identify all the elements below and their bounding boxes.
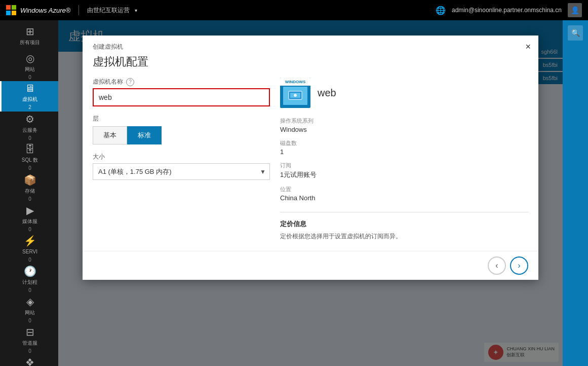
right-panel: 🔍 (563, 20, 588, 366)
sidebar-label: 计划程 (22, 279, 37, 285)
sidebar-count: 0 (28, 348, 31, 354)
sidebar-item-all-projects[interactable]: ⊞ 所有项目 (0, 20, 58, 51)
service-icon: ⚡ (24, 235, 36, 247)
pricing-text: 定价根据您选择用于设置虚拟机的订阅而异。 (280, 232, 528, 241)
tier-standard-button[interactable]: 标准 (127, 126, 162, 144)
tier-basic-button[interactable]: 基本 (93, 126, 127, 144)
sidebar-item-service[interactable]: ⚡ SERVI 0 (0, 233, 58, 264)
search-icon[interactable]: 🔍 (568, 25, 583, 41)
sidebar-label: 媒体服 (22, 218, 37, 225)
sidebar-label: SQL 数 (22, 157, 38, 163)
sidebar-item-websites[interactable]: ◎ 网站 0 (0, 51, 58, 81)
pipeline-icon: ⊟ (26, 326, 34, 338)
windows-label: WINDOWS (280, 78, 310, 86)
form-area: 虚拟机名称 ? 层 基本 标准 (93, 78, 270, 241)
sidebar-label: 网站 (25, 310, 35, 316)
size-label: 大小 (93, 153, 270, 161)
sidebar-item-pipeline[interactable]: ⊟ 管道服 0 (0, 324, 58, 355)
sidebar-item-scheduler[interactable]: 🕐 计划程 0 (0, 264, 58, 294)
modal-body: 虚拟机名称 ? 层 基本 标准 (83, 69, 538, 251)
sidebar-label: SERVI (22, 249, 37, 255)
subscription-value: 1元试用账号 (280, 170, 528, 179)
topbar-product-name: Windows Azure® (20, 7, 70, 14)
prev-button[interactable]: ‹ (488, 257, 506, 275)
sidebar-count: 0 (28, 196, 31, 202)
location-label: 位置 (280, 186, 528, 193)
topbar-right: 🌐 admin@sinoonline.partner.onmschina.cn … (436, 3, 582, 17)
help-icon[interactable]: ? (126, 78, 134, 86)
tier-buttons: 基本 标准 (93, 126, 270, 144)
vm-name-label-text: 虚拟机名称 (93, 78, 123, 86)
size-select[interactable]: A0 (单核，0.75 GB 内存)A1 (单核，1.75 GB 内存)A2 (… (93, 163, 270, 180)
sidebar-count: 0 (28, 227, 31, 232)
sidebar-item-active[interactable]: ❖ ACTIV 0 (0, 355, 58, 366)
sidebar-item-sql[interactable]: 🗄 SQL 数 0 (0, 142, 58, 172)
sidebar-label: 虚拟机 (22, 96, 37, 102)
vm-name-group: 虚拟机名称 ? (93, 78, 270, 106)
user-avatar[interactable]: 👤 (568, 3, 582, 17)
modal-header: 创建虚拟机 虚拟机配置 (83, 35, 538, 69)
sidebar-count: 2 (28, 104, 31, 110)
sidebar-item-vms[interactable]: 🖥 虚拟机 2 (0, 81, 58, 112)
website-icon: ◎ (26, 52, 34, 64)
svg-point-2 (294, 94, 297, 97)
info-row-location: 位置 China North (280, 186, 528, 202)
location-value: China North (280, 194, 528, 202)
media-icon: ▶ (26, 204, 34, 216)
sidebar-item-network[interactable]: ◈ 网站 0 (0, 294, 58, 324)
tier-label: 层 (93, 115, 270, 123)
sidebar: ⊞ 所有项目 ◎ 网站 0 🖥 虚拟机 2 ⚙ 云服务 0 🗄 SQL 数 0 … (0, 20, 58, 366)
network-icon: ◈ (26, 296, 34, 308)
modal-title: 虚拟机配置 (93, 54, 528, 69)
os-label: 操作系统系列 (280, 117, 528, 125)
tier-group: 层 基本 标准 (93, 115, 270, 144)
storage-icon: 📦 (24, 174, 36, 186)
sidebar-item-media[interactable]: ▶ 媒体服 0 (0, 203, 58, 233)
sidebar-item-storage[interactable]: 📦 存储 0 (0, 172, 58, 203)
modal-overlay: × 创建虚拟机 虚拟机配置 虚拟机名称 ? (58, 20, 563, 366)
sidebar-count: 0 (28, 165, 31, 171)
disk-label: 磁盘数 (280, 139, 528, 147)
vm-icon-display: WINDOWS (280, 78, 310, 108)
active-icon: ❖ (25, 356, 34, 367)
sidebar-label: 所有项目 (20, 40, 40, 46)
os-value: Windows (280, 126, 528, 133)
topbar-email: admin@sinoonline.partner.onmschina.cn (452, 7, 562, 14)
grid-icon: ⊞ (26, 25, 34, 38)
sidebar-label: 管道服 (22, 340, 37, 346)
scheduler-icon: 🕐 (24, 265, 36, 277)
sidebar-count: 0 (28, 257, 31, 263)
topbar-left: Windows Azure® 由世纪互联运营 ▾ (6, 5, 137, 15)
info-row-disk: 磁盘数 1 (280, 139, 528, 156)
info-table: 操作系统系列 Windows 磁盘数 1 订阅 1元试用账号 (280, 117, 528, 202)
sidebar-item-cloud[interactable]: ⚙ 云服务 0 (0, 112, 58, 142)
windows-logo-icon (6, 5, 16, 15)
sidebar-label: 网站 (25, 66, 35, 72)
vm-name-input[interactable] (93, 88, 270, 106)
info-pricing: 定价信息 定价根据您选择用于设置虚拟机的订阅而异。 (280, 212, 528, 241)
modal-footer: ‹ › (83, 251, 538, 280)
topbar-chevron-icon[interactable]: ▾ (135, 8, 137, 13)
cloud-icon: ⚙ (25, 113, 34, 125)
disk-value: 1 (280, 148, 528, 156)
size-select-wrapper: A0 (单核，0.75 GB 内存)A1 (单核，1.75 GB 内存)A2 (… (93, 163, 270, 180)
sql-icon: 🗄 (25, 143, 35, 155)
topbar-logo: Windows Azure® (6, 5, 70, 15)
topbar: Windows Azure® 由世纪互联运营 ▾ 🌐 admin@sinoonl… (0, 0, 588, 20)
next-button[interactable]: › (510, 257, 528, 275)
info-vm-name: web (318, 87, 336, 99)
sidebar-count: 0 (28, 135, 31, 141)
vm-icon: 🖥 (25, 83, 35, 94)
topbar-partner-name: 由世纪互联运营 (87, 6, 130, 15)
modal-subtitle: 创建虚拟机 (93, 43, 528, 51)
sidebar-label: 云服务 (22, 127, 37, 133)
sidebar-label: 存储 (25, 188, 35, 194)
vm-name-label: 虚拟机名称 ? (93, 78, 270, 86)
info-panel: WINDOWS web (280, 78, 528, 241)
modal-close-button[interactable]: × (525, 42, 531, 52)
size-group: 大小 A0 (单核，0.75 GB 内存)A1 (单核，1.75 GB 内存)A… (93, 153, 270, 180)
info-row-subscription: 订阅 1元试用账号 (280, 162, 528, 179)
topbar-divider (79, 5, 79, 15)
subscription-label: 订阅 (280, 162, 528, 169)
azure-vm-svg-icon (288, 90, 303, 101)
